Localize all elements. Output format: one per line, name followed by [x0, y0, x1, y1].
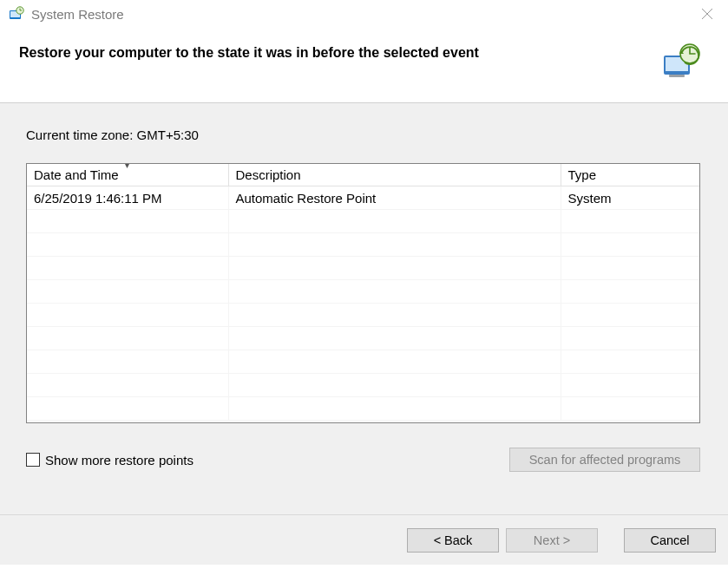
cell-type: System	[561, 186, 699, 210]
button-label: < Back	[434, 533, 473, 547]
table-row[interactable]	[27, 304, 699, 327]
cancel-button[interactable]: Cancel	[624, 528, 716, 553]
cell-description: Automatic Restore Point	[228, 186, 561, 210]
content-panel: Current time zone: GMT+5:30 ▾ Date and T…	[0, 103, 728, 514]
button-label: Cancel	[650, 533, 689, 547]
sort-descending-icon: ▾	[125, 160, 129, 170]
table-row[interactable]	[27, 280, 699, 304]
table-row[interactable]	[27, 327, 699, 350]
column-header-type[interactable]: Type	[561, 164, 699, 186]
column-header-label: Description	[236, 167, 301, 182]
header: Restore your computer to the state it wa…	[0, 28, 728, 102]
system-restore-icon	[660, 42, 702, 83]
button-label: Next >	[534, 533, 570, 547]
below-table-row: Show more restore points Scan for affect…	[26, 448, 700, 472]
table-row[interactable]	[27, 233, 699, 257]
table-header-row: ▾ Date and Time Description Type	[27, 164, 699, 186]
column-header-date[interactable]: ▾ Date and Time	[27, 164, 228, 186]
table-row[interactable]	[27, 257, 699, 280]
table-row[interactable]	[27, 397, 699, 421]
checkbox-box-icon	[26, 453, 40, 467]
timezone-label: Current time zone: GMT+5:30	[26, 128, 700, 142]
table-row[interactable]	[27, 210, 699, 233]
page-headline: Restore your computer to the state it wa…	[19, 42, 660, 61]
column-header-label: Type	[568, 167, 597, 182]
show-more-restore-points-checkbox[interactable]: Show more restore points	[26, 453, 193, 468]
scan-affected-programs-button[interactable]: Scan for affected programs	[509, 448, 700, 472]
button-label: Scan for affected programs	[529, 453, 681, 467]
column-header-description[interactable]: Description	[228, 164, 561, 186]
titlebar: System Restore	[0, 0, 728, 28]
next-button[interactable]: Next >	[506, 528, 598, 553]
column-header-label: Date and Time	[34, 167, 119, 182]
app-icon	[9, 6, 24, 22]
table-row[interactable]	[27, 350, 699, 374]
close-button[interactable]	[688, 2, 726, 26]
back-button[interactable]: < Back	[407, 528, 499, 553]
close-icon	[702, 9, 712, 19]
table-row[interactable]: 6/25/2019 1:46:11 PM Automatic Restore P…	[27, 186, 699, 210]
cell-date: 6/25/2019 1:46:11 PM	[27, 186, 228, 210]
restore-point-table: ▾ Date and Time Description Type 6/25/20…	[26, 163, 700, 423]
window-title: System Restore	[31, 7, 688, 22]
svg-rect-7	[669, 75, 685, 77]
wizard-footer: < Back Next > Cancel	[0, 514, 728, 565]
checkbox-label: Show more restore points	[45, 453, 193, 468]
table-row[interactable]	[27, 374, 699, 397]
